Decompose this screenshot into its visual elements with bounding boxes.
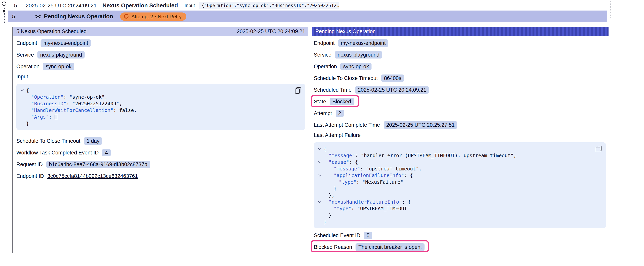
field-value-chip: 5 — [364, 231, 372, 239]
temporal-event-history-view: 5 2025-02-25 UTC 20:24:09.21 Nexus Opera… — [0, 0, 644, 266]
field-value-chip: nexus-playground — [38, 51, 85, 58]
event-id-link[interactable]: 5 — [14, 2, 17, 9]
code-line-text: { — [324, 145, 326, 152]
field-label: Blocked Reason — [314, 244, 352, 250]
field-label: Last Attempt Complete Time — [314, 122, 380, 128]
code-line-gutter — [318, 198, 324, 205]
pending-operation-header-title: Pending Nexus Operation — [315, 29, 376, 34]
code-line-text: } — [324, 185, 336, 192]
field-value-chip: 2025-02-25 UTC 20:24:09.21 — [355, 86, 429, 93]
field-value-chip: sync-op-ok — [340, 63, 372, 70]
event-detail-panel: 5 Nexus Operation Scheduled 2025-02-25 U… — [12, 27, 308, 253]
code-line-gutter — [318, 165, 324, 172]
copy-icon[interactable] — [596, 146, 602, 152]
field-value-chip: 1 day — [84, 137, 102, 144]
code-line-gutter — [318, 205, 324, 212]
field-label: Endpoint — [16, 40, 37, 46]
code-line-text: } — [324, 218, 326, 225]
field-row-state: State Blocked — [314, 97, 608, 106]
pending-operation-header: Pending Nexus Operation — [312, 27, 608, 36]
code-line: "message": "upstream timeout", — [318, 165, 602, 172]
endpoint-id-link[interactable]: 3c0c75ccfa8144b092c13ce632463761 — [47, 173, 138, 179]
code-line: "Args": — [20, 114, 301, 120]
code-line-text: "BusinessID": "20250225122409", — [26, 100, 122, 107]
state-badge: Blocked — [330, 98, 354, 105]
code-line-gutter — [20, 114, 26, 120]
retry-attempt-badge: Attempt 2 • Next Retry — [120, 12, 186, 21]
field-label: Scheduled Time — [314, 87, 352, 93]
field-row: Last Attempt Complete Time 2025-02-25 UT… — [314, 120, 608, 129]
empty-array-icon — [54, 115, 58, 119]
code-line: { — [318, 145, 602, 152]
refresh-icon — [124, 14, 129, 19]
field-row: Service nexus-playground — [16, 50, 308, 59]
code-line-gutter — [20, 120, 26, 127]
code-line: }, — [318, 192, 602, 198]
code-line-text: } — [26, 120, 29, 127]
pending-asterisk-icon — [35, 13, 41, 20]
code-line-gutter — [20, 87, 26, 94]
field-row: Endpoint ID 3c0c75ccfa8144b092c13ce63246… — [16, 171, 308, 181]
code-line-gutter — [318, 152, 324, 159]
code-line-text: "type": "NexusFailure" — [324, 179, 403, 185]
field-label: Service — [16, 52, 34, 58]
field-value-chip: nexus-playground — [335, 51, 382, 58]
field-row: Endpoint my-nexus-endpoint — [314, 38, 608, 48]
pending-operation-row[interactable]: 5 Pending Nexus Operation Attempt 2 • Ne… — [8, 11, 607, 22]
collapse-chevron-icon[interactable] — [318, 147, 322, 150]
field-label: Endpoint — [314, 40, 335, 46]
code-line-text: "cause": { — [324, 159, 358, 165]
code-line: } — [318, 212, 602, 218]
field-row: Schedule To Close Timeout 86400s — [314, 73, 608, 83]
code-line-text: }, — [324, 192, 334, 198]
event-detail-header-time: 2025-02-25 UTC 20:24:09.21 — [237, 29, 305, 34]
event-input-preview-chip[interactable]: {"Operation":"sync-op-ok","BusinessID":"… — [199, 2, 339, 9]
collapse-chevron-icon[interactable] — [318, 200, 322, 203]
blocked-reason-chip: The circuit breaker is open. — [356, 243, 425, 250]
field-label: Operation — [314, 63, 337, 69]
event-history-row[interactable]: 5 2025-02-25 UTC 20:24:09.21 Nexus Opera… — [0, 1, 644, 11]
code-line: "type": "NexusFailure" — [318, 179, 602, 185]
field-row: Scheduled Event ID 5 — [314, 230, 608, 240]
field-value-chip: my-nexus-endpoint — [338, 39, 388, 47]
code-line-gutter — [318, 212, 324, 218]
field-row: Endpoint my-nexus-endpoint — [16, 38, 308, 48]
field-value-chip: 2 — [336, 109, 344, 117]
field-row: Request ID b1c6a4bc-8ee7-468a-9169-df3b0… — [16, 159, 308, 169]
event-detail-header: 5 Nexus Operation Scheduled 2025-02-25 U… — [13, 27, 308, 36]
field-row-blocked-reason: Blocked Reason The circuit breaker is op… — [314, 242, 608, 251]
code-line-gutter — [318, 185, 324, 192]
pending-row-id-link[interactable]: 5 — [12, 13, 15, 20]
code-line: "nexusHandlerFailureInfo": { — [318, 198, 602, 205]
field-label: Scheduled Event ID — [314, 232, 360, 238]
input-json-viewer: {"Operation": "sync-op-ok","BusinessID":… — [16, 84, 305, 130]
field-row: Scheduled Time 2025-02-25 UTC 20:24:09.2… — [314, 85, 608, 94]
code-line: "Operation": "sync-op-ok", — [20, 94, 301, 100]
event-timestamp: 2025-02-25 UTC 20:24:09.21 — [26, 2, 97, 9]
code-line-gutter — [318, 179, 324, 185]
code-line: "type": "UPSTREAM_TIMEOUT" — [318, 205, 602, 212]
code-line-gutter — [318, 192, 324, 198]
retry-badge-label: Attempt 2 • Next Retry — [131, 14, 182, 19]
code-line: "message": "handler error (UPSTREAM_TIME… — [318, 152, 602, 159]
field-label: Service — [314, 52, 331, 58]
collapse-chevron-icon[interactable] — [318, 160, 322, 163]
code-line-text: "type": "UPSTREAM_TIMEOUT" — [324, 205, 410, 212]
code-line: } — [318, 185, 602, 192]
field-value-chip: 4 — [102, 149, 110, 156]
field-row: Service nexus-playground — [314, 50, 608, 59]
collapse-chevron-icon[interactable] — [21, 88, 24, 92]
collapse-chevron-icon[interactable] — [318, 173, 322, 176]
field-label: Schedule To Close Timeout — [16, 138, 80, 144]
field-value-chip: 2025-02-25 UTC 20:25:27.51 — [384, 121, 457, 129]
code-line-text: "applicationFailureInfo": { — [324, 172, 413, 179]
field-row: Schedule To Close Timeout 1 day — [16, 136, 308, 145]
event-detail-header-title: 5 Nexus Operation Scheduled — [16, 29, 86, 34]
field-row: Operation sync-op-ok — [16, 62, 308, 71]
field-label: Operation — [16, 63, 40, 69]
field-label: Schedule To Close Timeout — [314, 75, 378, 81]
copy-icon[interactable] — [295, 87, 301, 94]
pending-row-title: Pending Nexus Operation — [44, 13, 113, 20]
field-value-chip: b1c6a4bc-8ee7-468a-9169-df3b02c8737b — [46, 160, 150, 168]
field-label: State — [314, 99, 326, 104]
